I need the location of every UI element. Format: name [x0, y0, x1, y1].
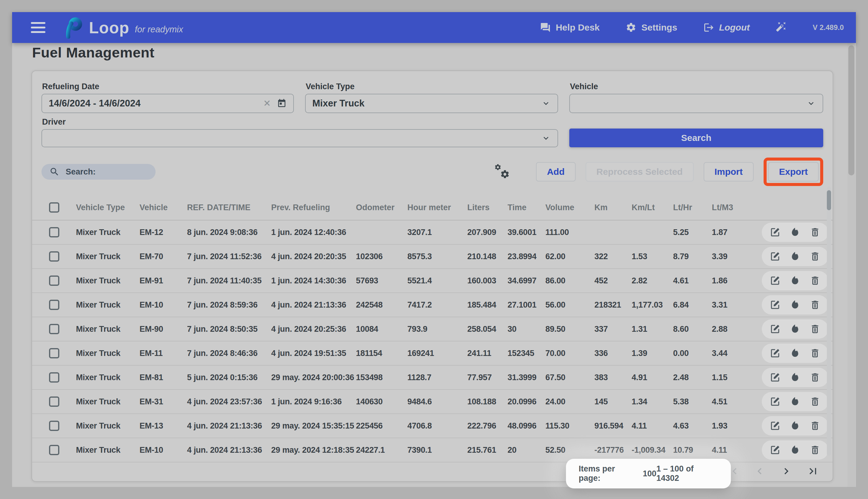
fuel-icon[interactable]	[789, 348, 800, 359]
clear-date-icon[interactable]: ✕	[263, 99, 271, 108]
row-checkbox[interactable]	[49, 324, 59, 334]
delete-icon[interactable]	[810, 396, 820, 407]
edit-icon[interactable]	[770, 324, 781, 334]
edit-icon[interactable]	[770, 396, 781, 407]
edit-icon[interactable]	[770, 421, 781, 431]
help-desk-button[interactable]: Help Desk	[540, 22, 599, 33]
items-per-page[interactable]: Items per page: 100	[579, 464, 656, 483]
row-checkbox[interactable]	[49, 227, 59, 238]
delete-icon[interactable]	[810, 421, 820, 431]
vehicle-select[interactable]	[569, 94, 823, 113]
fuel-icon[interactable]	[789, 445, 800, 455]
cell-lt-m3: 3.44	[712, 349, 762, 358]
table-scrollbar[interactable]	[827, 186, 831, 456]
table-scrollbar-thumb[interactable]	[827, 190, 831, 210]
last-page-icon[interactable]	[807, 465, 819, 477]
edit-icon[interactable]	[770, 445, 781, 455]
cell-odometer: 57693	[356, 276, 407, 285]
table-row[interactable]: Mixer Truck EM-13 4 jun. 2024 21:13:36 2…	[32, 414, 833, 438]
select-all-checkbox[interactable]	[49, 202, 59, 212]
settings-button[interactable]: Settings	[626, 22, 677, 33]
driver-select[interactable]	[41, 129, 558, 147]
vehicle-type-value: Mixer Truck	[312, 98, 541, 109]
column-settings-icon[interactable]	[494, 163, 510, 180]
table-row[interactable]: Mixer Truck EM-11 7 jun. 2024 8:46:36 4 …	[32, 341, 833, 366]
delete-icon[interactable]	[810, 227, 820, 238]
table-row[interactable]: Mixer Truck EM-31 4 jun. 2024 23:57:36 1…	[32, 390, 833, 414]
fuel-icon[interactable]	[789, 300, 800, 310]
delete-icon[interactable]	[810, 324, 820, 334]
row-checkbox[interactable]	[49, 276, 59, 286]
delete-icon[interactable]	[810, 275, 820, 286]
delete-icon[interactable]	[810, 445, 820, 455]
search-button[interactable]: Search	[569, 129, 823, 147]
import-button[interactable]: Import	[704, 162, 753, 181]
edit-icon[interactable]	[770, 348, 781, 359]
table-row[interactable]: Mixer Truck EM-81 5 jun. 2024 0:15:36 29…	[32, 366, 833, 390]
reprocess-selected-button[interactable]: Reprocess Selected	[586, 162, 694, 181]
row-checkbox[interactable]	[49, 445, 59, 455]
cell-km-lt: 4.11	[632, 421, 673, 431]
delete-icon[interactable]	[810, 372, 820, 383]
table-row[interactable]: Mixer Truck EM-90 7 jun. 2024 8:50:35 4 …	[32, 317, 833, 341]
table-header-row: Vehicle TypeVehicleREF. DATE/TIMEPrev. R…	[32, 195, 833, 220]
row-checkbox[interactable]	[49, 397, 59, 407]
cell-time: 48.0996	[508, 421, 545, 431]
edit-icon[interactable]	[770, 227, 781, 238]
cell-vehicle: EM-70	[140, 252, 187, 261]
export-button[interactable]: Export	[768, 162, 819, 181]
delete-icon[interactable]	[810, 300, 820, 310]
edit-icon[interactable]	[770, 372, 781, 383]
delete-icon[interactable]	[810, 251, 820, 262]
cell-hour-meter: 4706.8	[407, 421, 467, 431]
table-row[interactable]: Mixer Truck EM-70 7 jun. 2024 11:52:36 4…	[32, 245, 833, 269]
refueling-date-label: Refueling Date	[42, 82, 294, 91]
logout-button[interactable]: Logout	[703, 22, 750, 33]
cell-ref-datetime: 4 jun. 2024 21:13:36	[187, 446, 271, 455]
hamburger-menu-icon[interactable]	[31, 22, 45, 33]
row-checkbox[interactable]	[49, 251, 59, 261]
cell-lt-m3: 1.93	[712, 421, 762, 431]
magic-wand-icon[interactable]	[776, 21, 787, 34]
row-checkbox[interactable]	[49, 421, 59, 431]
row-checkbox[interactable]	[49, 372, 59, 382]
next-page-icon[interactable]	[780, 465, 793, 477]
browser-scrollbar[interactable]	[847, 43, 855, 487]
table-search-placeholder: Search:	[66, 167, 96, 177]
edit-icon[interactable]	[770, 251, 781, 262]
cell-liters: 215.761	[467, 446, 508, 455]
fuel-icon[interactable]	[789, 324, 800, 334]
cell-odometer: 24227.1	[356, 446, 407, 455]
cell-lt-m3: 1.15	[712, 373, 762, 382]
cell-hour-meter: 9484.6	[407, 397, 467, 406]
cell-liters: 210.148	[467, 252, 508, 261]
cell-hour-meter: 5521.4	[407, 276, 467, 285]
cell-km: 337	[594, 325, 632, 334]
cell-km-lt: 1.39	[632, 349, 673, 358]
vehicle-type-select[interactable]: Mixer Truck	[305, 94, 558, 113]
cell-lt-hr: 8.79	[673, 252, 712, 261]
fuel-icon[interactable]	[789, 275, 800, 286]
browser-scrollbar-thumb[interactable]	[848, 45, 854, 175]
cell-time: 39.6001	[508, 228, 545, 237]
edit-icon[interactable]	[770, 275, 781, 286]
brand-name: Loop	[89, 19, 130, 37]
table-row[interactable]: Mixer Truck EM-91 7 jun. 2024 11:40:35 1…	[32, 269, 833, 293]
row-checkbox[interactable]	[49, 348, 59, 358]
table-row[interactable]: Mixer Truck EM-12 8 jun. 2024 9:08:36 1 …	[32, 220, 833, 245]
previous-page-icon[interactable]	[753, 465, 766, 477]
fuel-icon[interactable]	[789, 372, 800, 383]
fuel-icon[interactable]	[789, 251, 800, 262]
add-button[interactable]: Add	[536, 162, 575, 181]
row-checkbox[interactable]	[49, 300, 59, 310]
calendar-icon[interactable]	[277, 99, 287, 108]
table-row[interactable]: Mixer Truck EM-10 7 jun. 2024 8:59:36 4 …	[32, 293, 833, 317]
cell-odometer: 153498	[356, 373, 407, 382]
table-search-input[interactable]: Search:	[41, 164, 156, 180]
refueling-date-input[interactable]: 14/6/2024 - 14/6/2024 ✕	[41, 94, 294, 113]
fuel-icon[interactable]	[789, 396, 800, 407]
edit-icon[interactable]	[770, 300, 781, 310]
fuel-icon[interactable]	[789, 227, 800, 238]
fuel-icon[interactable]	[789, 421, 800, 431]
delete-icon[interactable]	[810, 348, 820, 359]
